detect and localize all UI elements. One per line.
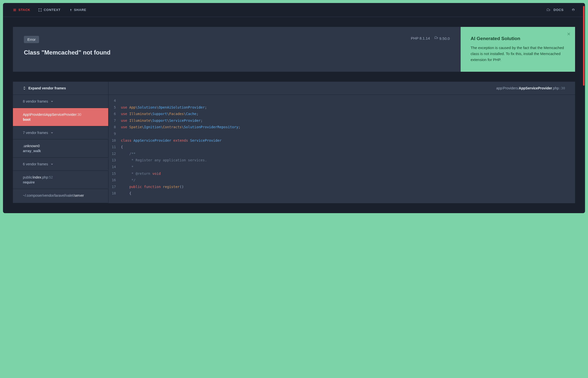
code-line: 14 * bbox=[108, 164, 575, 170]
nav-context-label: CONTEXT bbox=[44, 8, 61, 12]
code-line: 17 public function register() bbox=[108, 184, 575, 190]
php-version: PHP 8.1.14 bbox=[411, 36, 430, 40]
error-info: PHP 8.1.14 9.50.0 Error Class "Memcached… bbox=[13, 27, 461, 72]
expand-icon bbox=[38, 8, 42, 12]
stack-container: Expand vendor frames 8 vendor frames App… bbox=[13, 82, 575, 203]
nav-stack-label: STACK bbox=[18, 8, 30, 12]
nav-docs[interactable]: DOCS bbox=[546, 8, 564, 12]
solution-text: The exception is caused by the fact that… bbox=[471, 45, 565, 63]
nav-context[interactable]: CONTEXT bbox=[38, 8, 61, 12]
svg-rect-2 bbox=[13, 10, 16, 11]
laravel-icon bbox=[434, 36, 438, 40]
error-badge: Error bbox=[24, 36, 39, 43]
code-line: 18 { bbox=[108, 190, 575, 197]
code-line: 8use Spatie\Ignition\Contracts\SolutionP… bbox=[108, 124, 575, 130]
stack-sidebar: Expand vendor frames 8 vendor frames App… bbox=[13, 82, 108, 203]
framework-version-wrap: 9.50.0 bbox=[434, 36, 450, 41]
code-line: 7use Illuminate\Support\ServiceProvider; bbox=[108, 117, 575, 124]
chevron-down-icon bbox=[50, 163, 53, 166]
expand-label: Expand vendor frames bbox=[28, 86, 66, 90]
code-line: 11{ bbox=[108, 144, 575, 150]
scrollbar[interactable] bbox=[583, 6, 585, 86]
stack-frame[interactable]: .unknown0array_walk bbox=[13, 139, 108, 158]
stack-frame[interactable]: ~/.composer/vendor/laravel/valet/server bbox=[13, 189, 108, 203]
share-icon bbox=[69, 8, 72, 12]
code-block: 45use App\Solutions\OpenAiSolutionProvid… bbox=[108, 95, 575, 199]
frames-list: 8 vendor frames App\Providers\AppService… bbox=[13, 95, 108, 203]
nav-right: DOCS bbox=[546, 8, 575, 12]
version-row: PHP 8.1.14 9.50.0 bbox=[411, 36, 450, 41]
expand-icon bbox=[23, 87, 26, 90]
stack-frame[interactable]: public/index.php:52require bbox=[13, 171, 108, 189]
vendor-frames-group[interactable]: 7 vendor frames bbox=[13, 126, 108, 139]
chevron-down-icon bbox=[50, 131, 53, 134]
code-line: 10class AppServiceProvider extends Servi… bbox=[108, 137, 575, 144]
code-line: 4 bbox=[108, 97, 575, 104]
code-line: 12 /** bbox=[108, 150, 575, 157]
nav-left: STACK CONTEXT SHARE bbox=[13, 8, 86, 12]
code-line: 9 bbox=[108, 130, 575, 137]
nav-share-label: SHARE bbox=[74, 8, 87, 12]
vendor-frames-group[interactable]: 6 vendor frames bbox=[13, 158, 108, 171]
solution-panel: ✕ AI Generated Solution The exception is… bbox=[461, 27, 575, 72]
error-title: Class "Memcached" not found bbox=[24, 49, 450, 56]
code-line: 5use App\Solutions\OpenAiSolutionProvide… bbox=[108, 104, 575, 111]
error-window: STACK CONTEXT SHARE DOCS bbox=[3, 3, 585, 213]
expand-vendor-frames[interactable]: Expand vendor frames bbox=[13, 82, 108, 95]
laravel-icon bbox=[546, 8, 550, 12]
nav-docs-label: DOCS bbox=[553, 8, 564, 12]
solution-title: AI Generated Solution bbox=[471, 36, 565, 41]
code-panel: app/Providers/AppServiceProvider.php:30 … bbox=[108, 82, 575, 203]
framework-version: 9.50.0 bbox=[439, 36, 450, 41]
stack-icon bbox=[13, 8, 16, 12]
nav-stack[interactable]: STACK bbox=[13, 8, 30, 12]
code-line: 15 * @return void bbox=[108, 170, 575, 177]
code-line: 6use Illuminate\Support\Facades\Cache; bbox=[108, 111, 575, 117]
code-line: 13 * Register any application services. bbox=[108, 157, 575, 164]
nav-bar: STACK CONTEXT SHARE DOCS bbox=[3, 3, 585, 17]
content-area: PHP 8.1.14 9.50.0 Error Class "Memcached… bbox=[3, 17, 585, 213]
nav-share[interactable]: SHARE bbox=[69, 8, 87, 12]
svg-rect-1 bbox=[13, 10, 16, 10]
svg-rect-0 bbox=[13, 9, 16, 9]
chevron-down-icon bbox=[50, 100, 53, 103]
close-icon[interactable]: ✕ bbox=[567, 31, 571, 37]
stack-frame[interactable]: App\Providers\AppServiceProvider:30boot bbox=[13, 108, 108, 126]
code-line: 16 */ bbox=[108, 177, 575, 184]
gear-icon[interactable] bbox=[572, 8, 575, 12]
error-header: PHP 8.1.14 9.50.0 Error Class "Memcached… bbox=[13, 27, 575, 72]
vendor-frames-group[interactable]: 8 vendor frames bbox=[13, 95, 108, 108]
file-path: app/Providers/AppServiceProvider.php:30 bbox=[108, 82, 575, 95]
